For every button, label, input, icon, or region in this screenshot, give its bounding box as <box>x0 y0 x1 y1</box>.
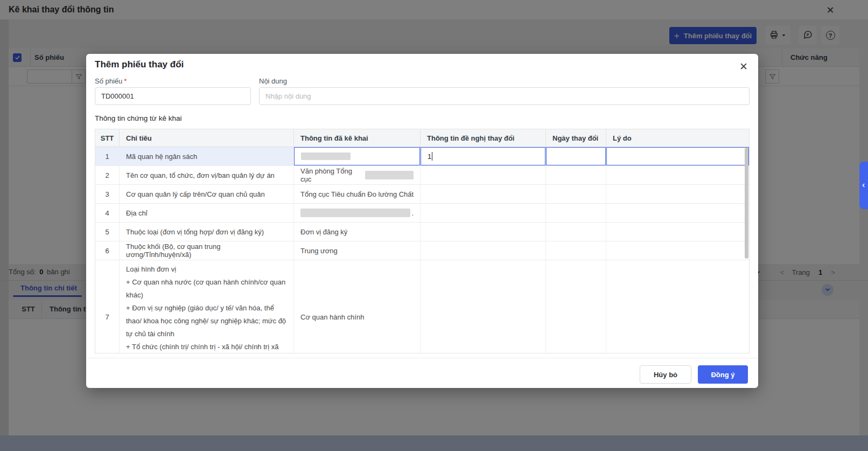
expand-side-panel-button[interactable] <box>859 162 868 209</box>
header-da-ke-khai: Thông tin đã kê khai <box>294 129 421 147</box>
row-label: Loại hình đơn vị + Cơ quan nhà nước (cơ … <box>120 260 294 353</box>
header-chi-tieu: Chỉ tiêu <box>120 129 294 147</box>
required-asterisk: * <box>124 77 127 85</box>
confirm-button[interactable]: Đồng ý <box>698 365 748 384</box>
date-cell[interactable] <box>546 223 606 241</box>
declared-cell[interactable]: Đơn vị đăng ký <box>294 223 421 241</box>
row-stt: 4 <box>95 204 120 222</box>
declared-value: Đơn vị đăng ký <box>300 228 347 236</box>
header-ly-do: Lý do <box>606 129 749 147</box>
reason-cell[interactable] <box>606 241 749 260</box>
footer-divider <box>86 358 758 358</box>
header-ngay-thay-doi: Ngày thay đổi <box>546 129 606 147</box>
date-input-focused[interactable] <box>546 147 606 165</box>
row-label: Thuộc loại (đơn vị tổng hợp/ đơn vị đăng… <box>120 223 294 241</box>
proposed-cell[interactable] <box>421 166 546 184</box>
date-cell[interactable] <box>546 185 606 203</box>
reason-cell[interactable] <box>606 166 749 184</box>
reason-cell[interactable] <box>606 223 749 241</box>
reason-cell[interactable] <box>606 260 749 353</box>
declared-cell[interactable] <box>294 147 421 165</box>
table-row: 2 Tên cơ quan, tổ chức, đơn vị/ban quản … <box>95 166 749 185</box>
date-cell[interactable] <box>546 260 606 353</box>
chevron-left-icon <box>861 182 866 190</box>
so-phieu-label: Số phiếu* <box>95 77 127 85</box>
reason-input-focused[interactable] <box>606 147 749 165</box>
table-scrollbar[interactable] <box>745 148 748 259</box>
declared-cell[interactable]: Tổng cục Tiêu chuẩn Đo lường Chất ... <box>294 185 421 203</box>
declared-value: Trung ương <box>300 247 338 255</box>
declaration-table: STT Chỉ tiêu Thông tin đã kê khai Thông … <box>95 129 750 353</box>
so-phieu-label-text: Số phiếu <box>95 77 122 85</box>
cancel-button[interactable]: Hủy bỏ <box>640 365 691 384</box>
modal-title: Thêm phiếu thay đổi <box>95 59 184 70</box>
declaration-table-header: STT Chỉ tiêu Thông tin đã kê khai Thông … <box>95 129 749 147</box>
proposed-cell[interactable] <box>421 241 546 260</box>
declared-value: Văn phòng Tổng cục <box>300 167 362 183</box>
section-title: Thông tin chứng từ kê khai <box>95 114 181 122</box>
declared-value: . <box>411 209 414 217</box>
declared-value: Tổng cục Tiêu chuẩn Đo lường Chất ... <box>300 190 414 198</box>
declared-value: Cơ quan hành chính <box>300 313 364 321</box>
reason-cell[interactable] <box>606 185 749 203</box>
header-stt: STT <box>95 129 120 147</box>
proposed-cell[interactable] <box>421 204 546 222</box>
row-label: Tên cơ quan, tổ chức, đơn vị/ban quản lý… <box>120 166 294 184</box>
text-cursor <box>432 152 432 161</box>
declared-input-focused[interactable] <box>294 147 420 165</box>
proposed-cell[interactable] <box>421 260 546 353</box>
proposed-value: 1 <box>428 152 431 161</box>
row-stt: 6 <box>95 241 120 260</box>
table-row: 3 Cơ quan quản lý cấp trên/Cơ quan chủ q… <box>95 185 749 204</box>
date-cell[interactable] <box>546 204 606 222</box>
table-row: 7 Loại hình đơn vị + Cơ quan nhà nước (c… <box>95 260 749 353</box>
table-row: 6 Thuộc khối (Bộ, cơ quan trung ương/Tỉn… <box>95 241 749 260</box>
reason-cell[interactable] <box>606 147 749 165</box>
date-cell[interactable] <box>546 147 606 165</box>
redacted-value <box>300 209 410 217</box>
table-row: 4 Địa chỉ . <box>95 204 749 223</box>
proposed-input-focused[interactable]: 1 <box>421 147 545 165</box>
reason-cell[interactable] <box>606 204 749 222</box>
row-stt: 7 <box>95 260 120 353</box>
row-stt: 1 <box>95 147 120 165</box>
row-stt: 2 <box>95 166 120 184</box>
redacted-value <box>301 152 351 160</box>
modal-close-icon[interactable]: ✕ <box>737 59 751 73</box>
row-label: Địa chỉ <box>120 204 294 222</box>
proposed-cell[interactable] <box>421 223 546 241</box>
noi-dung-input[interactable] <box>259 87 750 105</box>
row-label: Cơ quan quản lý cấp trên/Cơ quan chủ quả… <box>120 185 294 203</box>
row-stt: 3 <box>95 185 120 203</box>
so-phieu-input[interactable] <box>95 87 251 105</box>
date-cell[interactable] <box>546 166 606 184</box>
table-row: 5 Thuộc loại (đơn vị tổng hợp/ đơn vị đă… <box>95 223 749 241</box>
add-change-form-modal: Thêm phiếu thay đổi ✕ Số phiếu* Nội dung… <box>86 54 758 388</box>
declared-cell[interactable]: Trung ương <box>294 241 421 260</box>
proposed-cell[interactable] <box>421 185 546 203</box>
proposed-cell[interactable]: 1 <box>421 147 546 165</box>
date-cell[interactable] <box>546 241 606 260</box>
declared-cell[interactable]: . <box>294 204 421 222</box>
row-label: Mã quan hệ ngân sách <box>120 147 294 165</box>
table-row: 1 Mã quan hệ ngân sách 1 <box>95 147 749 166</box>
row-label: Thuộc khối (Bộ, cơ quan trung ương/Tỉnh/… <box>120 241 294 260</box>
row-stt: 5 <box>95 223 120 241</box>
declared-cell[interactable]: Cơ quan hành chính <box>294 260 421 353</box>
declared-cell[interactable]: Văn phòng Tổng cục <box>294 166 421 184</box>
header-de-nghi-thay-doi: Thông tin đề nghị thay đổi <box>421 129 546 147</box>
noi-dung-label: Nội dung <box>259 77 287 85</box>
redacted-value <box>365 171 414 179</box>
